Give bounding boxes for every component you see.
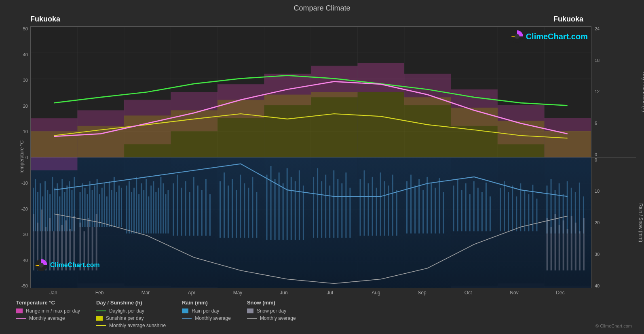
svg-rect-47 [47, 190, 48, 231]
legend-snow: Snow (mm) Snow per day Monthly average [247, 300, 296, 328]
daylight-line [96, 311, 106, 311]
svg-rect-106 [224, 172, 225, 238]
svg-rect-140 [380, 172, 381, 236]
svg-rect-160 [473, 181, 475, 232]
svg-rect-137 [368, 183, 369, 236]
month-may: May [215, 290, 261, 296]
svg-rect-94 [167, 190, 169, 234]
monthly-avg-temp-label: Monthly average [29, 315, 65, 321]
svg-rect-98 [185, 181, 186, 236]
svg-rect-134 [349, 188, 351, 238]
month-jun: Jun [261, 290, 307, 296]
svg-rect-124 [303, 185, 304, 240]
svg-rect-204 [559, 225, 560, 270]
legend-sunshine-title: Day / Sunshine (h) [96, 300, 166, 306]
svg-rect-91 [160, 177, 161, 234]
legend-rain-bar: Rain per day [182, 308, 231, 314]
svg-rect-44 [40, 183, 41, 231]
city-label-left: Fukuoka [30, 15, 60, 26]
svg-rect-71 [109, 181, 110, 227]
svg-rect-42 [35, 179, 36, 231]
svg-rect-103 [205, 179, 207, 236]
svg-rect-130 [333, 170, 334, 238]
svg-rect-180 [567, 181, 568, 234]
copyright-label: © ClimeChart.com [595, 323, 632, 328]
svg-rect-100 [193, 177, 194, 236]
svg-rect-123 [299, 170, 300, 240]
svg-rect-111 [244, 183, 245, 238]
legend-sunshine-bar: Sunshine per day [96, 315, 166, 321]
svg-rect-129 [329, 185, 330, 238]
svg-rect-54 [64, 192, 65, 232]
svg-rect-61 [84, 188, 86, 227]
svg-rect-95 [173, 183, 174, 236]
month-feb: Feb [76, 290, 122, 296]
logo-text-bottom: ClimeChart.com [50, 262, 100, 269]
svg-rect-157 [461, 190, 462, 231]
svg-rect-112 [248, 188, 249, 238]
svg-rect-136 [364, 170, 365, 236]
snow-swatch [247, 308, 253, 313]
legend-temp-avg: Monthly average [16, 315, 80, 321]
svg-rect-164 [490, 196, 491, 231]
svg-rect-50 [54, 188, 55, 232]
svg-rect-107 [228, 185, 229, 238]
svg-rect-97 [181, 188, 182, 236]
svg-rect-132 [341, 183, 342, 238]
svg-rect-155 [453, 185, 454, 231]
snow-avg-line [247, 318, 257, 319]
legend-daylight: Daylight per day [96, 308, 166, 314]
legend-snow-title: Snow (mm) [247, 300, 296, 306]
svg-rect-99 [189, 192, 190, 236]
svg-rect-233 [498, 121, 545, 157]
svg-rect-72 [111, 190, 112, 227]
svg-rect-92 [163, 183, 164, 234]
svg-rect-144 [396, 190, 397, 236]
svg-rect-84 [143, 190, 144, 234]
y-axis-left: Temperature °C 50 40 30 20 10 0 -10 -20 … [8, 26, 30, 288]
svg-rect-93 [165, 194, 166, 234]
svg-rect-163 [486, 183, 487, 231]
svg-rect-108 [232, 179, 233, 238]
svg-rect-225 [124, 115, 171, 157]
logo-top-right: ClimeChart.com [511, 30, 588, 43]
svg-rect-128 [325, 175, 326, 238]
city-label-right: Fukuoka [553, 15, 583, 26]
svg-rect-105 [220, 181, 221, 238]
svg-rect-53 [61, 179, 63, 231]
y-axis-sunshine-label: Day / Sunshine (h) [641, 72, 644, 112]
svg-rect-229 [311, 92, 358, 157]
monthly-avg-rain-label: Monthly average [195, 315, 231, 321]
svg-rect-109 [236, 190, 237, 238]
svg-rect-79 [131, 192, 132, 234]
svg-rect-206 [567, 229, 568, 270]
svg-rect-89 [155, 192, 156, 234]
y-axis-right: 24 18 12 6 0 0 10 20 30 40 Day / Sunshin… [591, 26, 636, 288]
svg-rect-166 [504, 181, 505, 232]
svg-rect-139 [376, 188, 377, 236]
legend-rain: Rain (mm) Rain per day Monthly average [182, 300, 231, 328]
svg-rect-78 [129, 181, 130, 234]
chart-svg [31, 27, 591, 288]
svg-rect-153 [439, 178, 440, 234]
logo-bottom-left: ClimeChart.com [35, 259, 100, 272]
page-title: Compare Climate [8, 4, 636, 13]
svg-rect-122 [295, 181, 296, 240]
svg-rect-63 [89, 181, 91, 227]
svg-rect-104 [209, 194, 211, 236]
svg-rect-80 [133, 188, 135, 234]
svg-rect-125 [313, 177, 314, 238]
svg-rect-59 [80, 192, 81, 227]
month-jan: Jan [30, 290, 76, 296]
svg-rect-227 [217, 100, 264, 157]
y-axis-left-label: Temperature °C [19, 140, 25, 174]
svg-rect-230 [358, 92, 405, 157]
svg-rect-135 [360, 179, 361, 236]
rain-avg-line [182, 318, 192, 319]
svg-rect-121 [291, 177, 292, 240]
svg-rect-120 [287, 168, 288, 240]
svg-rect-210 [583, 218, 585, 270]
svg-rect-127 [321, 181, 322, 238]
svg-rect-203 [555, 214, 556, 270]
svg-rect-102 [201, 190, 203, 236]
